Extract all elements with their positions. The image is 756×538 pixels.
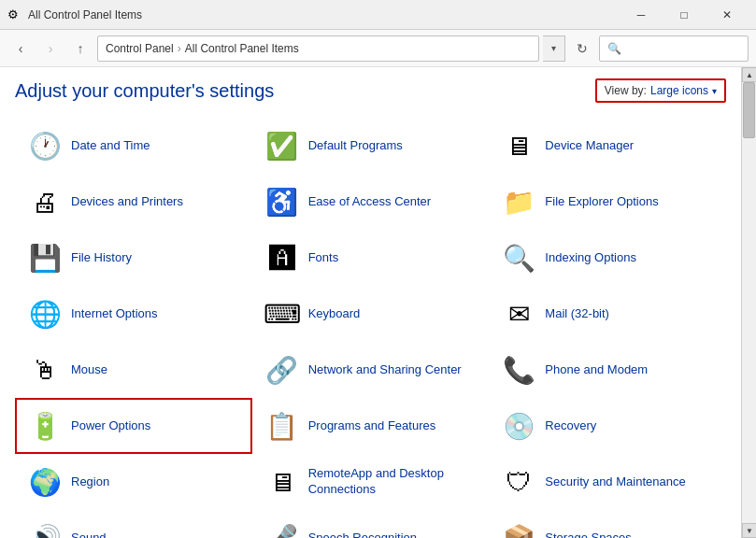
grid-item-date-time[interactable]: 🕐Date and Time xyxy=(15,118,252,174)
grid-item-sound[interactable]: 🔊Sound xyxy=(15,510,252,538)
recovery-icon: 💿 xyxy=(500,407,537,445)
scroll-down-button[interactable]: ▼ xyxy=(742,523,756,538)
window-controls: ─ □ ✕ xyxy=(620,0,749,30)
fonts-label: Fonts xyxy=(308,250,339,266)
date-time-label: Date and Time xyxy=(71,138,150,154)
grid-item-remoteapp[interactable]: 🖥RemoteApp and Desktop Connections xyxy=(252,454,490,510)
grid-item-speech-recognition[interactable]: 🎤Speech Recognition xyxy=(252,510,490,538)
title-bar: ⚙ All Control Panel Items ─ □ ✕ xyxy=(0,0,756,30)
mouse-icon: 🖱 xyxy=(26,351,64,389)
grid-item-file-history[interactable]: 💾File History xyxy=(15,230,252,286)
minimize-button[interactable]: ─ xyxy=(620,0,663,30)
grid-item-ease-of-access[interactable]: ♿Ease of Access Center xyxy=(252,174,490,230)
grid-item-fonts[interactable]: 🅰Fonts xyxy=(252,230,490,286)
indexing-options-icon: 🔍 xyxy=(500,239,537,276)
security-maintenance-icon: 🛡 xyxy=(500,463,537,501)
devices-printers-label: Devices and Printers xyxy=(71,194,183,210)
grid-item-file-explorer-options[interactable]: 📁File Explorer Options xyxy=(489,174,726,230)
forward-button[interactable]: › xyxy=(37,35,64,62)
breadcrumb-all-items: All Control Panel Items xyxy=(185,42,299,55)
grid-item-recovery[interactable]: 💿Recovery xyxy=(489,398,726,454)
page-title: Adjust your computer's settings xyxy=(15,80,274,102)
ease-of-access-label: Ease of Access Center xyxy=(308,194,432,210)
grid-item-internet-options[interactable]: 🌐Internet Options xyxy=(15,286,252,342)
fonts-icon: 🅰 xyxy=(264,239,301,276)
grid-item-phone-modem[interactable]: 📞Phone and Modem xyxy=(489,342,726,398)
security-maintenance-label: Security and Maintenance xyxy=(545,474,685,490)
device-manager-label: Device Manager xyxy=(545,138,634,154)
content-area: Adjust your computer's settings View by:… xyxy=(0,67,756,538)
power-options-label: Power Options xyxy=(71,418,150,434)
programs-features-label: Programs and Features xyxy=(308,418,436,434)
mail-label: Mail (32-bit) xyxy=(545,306,609,322)
page-header: Adjust your computer's settings View by:… xyxy=(15,78,726,103)
breadcrumb-sep-1: › xyxy=(178,42,181,55)
file-history-icon: 💾 xyxy=(26,239,64,276)
devices-printers-icon: 🖨 xyxy=(26,183,64,220)
region-label: Region xyxy=(71,474,109,490)
grid-item-keyboard[interactable]: ⌨Keyboard xyxy=(252,286,490,342)
breadcrumb-control-panel: Control Panel xyxy=(106,42,174,55)
maximize-button[interactable]: □ xyxy=(663,0,706,30)
grid-item-device-manager[interactable]: 🖥Device Manager xyxy=(489,118,726,174)
address-dropdown[interactable]: ▾ xyxy=(543,35,565,62)
grid-item-programs-features[interactable]: 📋Programs and Features xyxy=(252,398,490,454)
grid-item-mouse[interactable]: 🖱Mouse xyxy=(15,342,252,398)
recovery-label: Recovery xyxy=(545,418,596,434)
refresh-button[interactable]: ↻ xyxy=(569,35,595,62)
programs-features-icon: 📋 xyxy=(264,407,301,445)
network-sharing-label: Network and Sharing Center xyxy=(308,362,462,378)
address-box[interactable]: Control Panel › All Control Panel Items xyxy=(97,35,539,62)
storage-spaces-icon: 📦 xyxy=(500,519,537,538)
back-button[interactable]: ‹ xyxy=(7,35,34,62)
view-by-label: View by: xyxy=(605,84,647,97)
close-button[interactable]: ✕ xyxy=(706,0,749,30)
main-panel: Adjust your computer's settings View by:… xyxy=(0,67,741,538)
grid-item-devices-printers[interactable]: 🖨Devices and Printers xyxy=(15,174,252,230)
speech-recognition-icon: 🎤 xyxy=(264,519,301,538)
remoteapp-label: RemoteApp and Desktop Connections xyxy=(308,466,478,498)
keyboard-icon: ⌨ xyxy=(264,295,301,333)
speech-recognition-label: Speech Recognition xyxy=(308,531,417,538)
search-icon: 🔍 xyxy=(607,42,621,55)
grid-item-power-options[interactable]: 🔋Power Options xyxy=(15,398,252,454)
file-explorer-options-icon: 📁 xyxy=(500,183,537,220)
grid-item-storage-spaces[interactable]: 📦Storage Spaces xyxy=(489,510,726,538)
up-button[interactable]: ↑ xyxy=(67,35,93,62)
file-explorer-options-label: File Explorer Options xyxy=(545,194,658,210)
default-programs-icon: ✅ xyxy=(264,127,301,164)
default-programs-label: Default Programs xyxy=(308,138,403,154)
grid-item-mail[interactable]: ✉Mail (32-bit) xyxy=(489,286,726,342)
storage-spaces-label: Storage Spaces xyxy=(545,531,632,538)
scroll-track[interactable] xyxy=(742,82,756,523)
grid-item-security-maintenance[interactable]: 🛡Security and Maintenance xyxy=(489,454,726,510)
ease-of-access-icon: ♿ xyxy=(264,183,301,220)
grid-item-region[interactable]: 🌍Region xyxy=(15,454,252,510)
network-sharing-icon: 🔗 xyxy=(264,351,301,389)
device-manager-icon: 🖥 xyxy=(500,127,537,164)
grid-item-network-sharing[interactable]: 🔗Network and Sharing Center xyxy=(252,342,490,398)
phone-modem-label: Phone and Modem xyxy=(545,362,648,378)
phone-modem-icon: 📞 xyxy=(500,351,537,389)
grid-item-default-programs[interactable]: ✅Default Programs xyxy=(252,118,490,174)
power-options-icon: 🔋 xyxy=(26,407,64,445)
view-by-value[interactable]: Large icons xyxy=(650,84,708,97)
mail-icon: ✉ xyxy=(500,295,537,333)
file-history-label: File History xyxy=(71,250,132,266)
grid-item-indexing-options[interactable]: 🔍Indexing Options xyxy=(489,230,726,286)
view-by-arrow-icon[interactable]: ▾ xyxy=(712,86,717,96)
search-box[interactable]: 🔍 xyxy=(599,35,749,62)
internet-options-icon: 🌐 xyxy=(26,295,64,333)
scroll-thumb[interactable] xyxy=(743,82,755,138)
address-bar: ‹ › ↑ Control Panel › All Control Panel … xyxy=(0,30,756,67)
scrollbar[interactable]: ▲ ▼ xyxy=(741,67,756,538)
date-time-icon: 🕐 xyxy=(26,127,64,164)
internet-options-label: Internet Options xyxy=(71,306,158,322)
sound-icon: 🔊 xyxy=(26,519,64,538)
scroll-up-button[interactable]: ▲ xyxy=(742,67,756,82)
window-title: All Control Panel Items xyxy=(28,8,620,21)
indexing-options-label: Indexing Options xyxy=(545,250,636,266)
sound-label: Sound xyxy=(71,531,107,538)
remoteapp-icon: 🖥 xyxy=(264,463,301,501)
view-by-container[interactable]: View by: Large icons ▾ xyxy=(595,78,726,103)
